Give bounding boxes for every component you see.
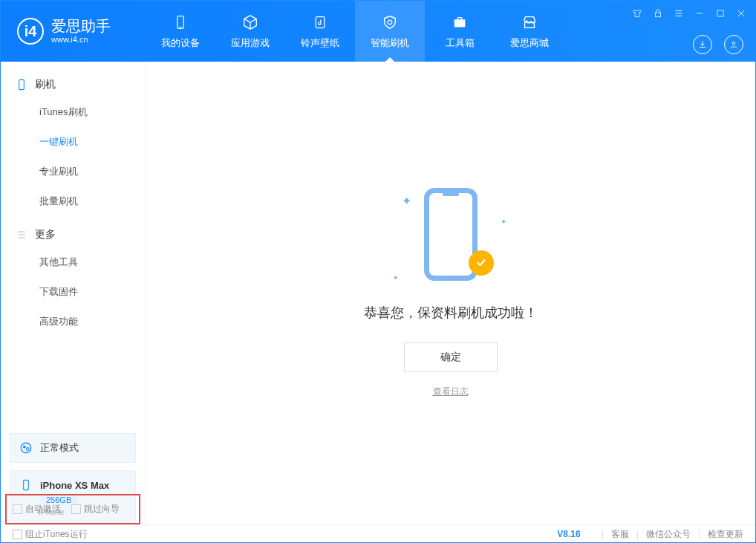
sparkle-icon: ✦ [402,194,411,208]
menu-icon[interactable] [674,8,684,19]
tab-apps[interactable]: 应用游戏 [215,1,285,62]
close-button[interactable] [736,8,746,19]
toolbox-icon [450,13,469,32]
success-message: 恭喜您，保资料刷机成功啦！ [364,304,538,322]
version-label: V8.16 [557,529,580,539]
svg-rect-7 [717,10,723,16]
svg-point-10 [21,443,31,453]
sidebar: 刷机 iTunes刷机 一键刷机 专业刷机 批量刷机 更多 其他工具 下载固件 … [1,62,146,524]
svg-rect-2 [316,17,325,28]
music-file-icon [310,13,330,32]
svg-rect-13 [24,480,29,490]
list-icon [16,229,27,241]
maximize-button[interactable] [715,8,726,19]
phone-outline-icon [16,79,27,91]
download-icon[interactable] [693,35,712,54]
cube-icon [241,13,260,32]
title-bar: i4 爱思助手 www.i4.cn 我的设备 应用游戏 铃声壁纸 智能刷机 工具… [1,1,755,62]
svg-point-8 [732,42,735,45]
svg-rect-9 [19,79,25,89]
sparkle-icon: ✦ [501,218,506,226]
sidebar-item-batch-flash[interactable]: 批量刷机 [1,186,145,216]
check-update-link[interactable]: 检查更新 [708,528,743,541]
app-logo: i4 爱思助手 www.i4.cn [1,1,146,62]
ok-button[interactable]: 确定 [404,342,498,372]
svg-rect-1 [179,27,181,27]
sidebar-item-other-tools[interactable]: 其他工具 [1,247,145,277]
sidebar-item-download-firmware[interactable]: 下载固件 [1,277,145,307]
user-icon[interactable] [724,35,743,54]
sidebar-section-flash: 刷机 [1,72,145,97]
sidebar-item-itunes-flash[interactable]: iTunes刷机 [1,97,145,127]
sidebar-item-pro-flash[interactable]: 专业刷机 [1,157,145,186]
device-mode[interactable]: 正常模式 [10,433,136,463]
success-illustration: ✦ ✦ ✦ [406,188,495,284]
logo-icon: i4 [17,18,44,45]
check-badge-icon [469,250,494,276]
tab-ringtones[interactable]: 铃声壁纸 [285,1,355,62]
minimize-button[interactable] [694,8,705,19]
tshirt-icon[interactable] [632,8,642,19]
svg-rect-4 [457,18,462,21]
app-name: 爱思助手 [51,19,111,33]
flash-options: 自动激活 跳过向导 [5,494,140,524]
tab-flash[interactable]: 智能刷机 [355,1,425,62]
sidebar-item-advanced[interactable]: 高级功能 [1,307,145,336]
mode-icon [19,441,33,455]
window-controls [632,8,746,19]
shield-refresh-icon [380,13,400,32]
svg-point-11 [23,446,26,449]
device-phone-icon [19,478,33,492]
sparkle-icon: ✦ [393,274,399,282]
wechat-link[interactable]: 微信公众号 [646,528,691,541]
header-tabs: 我的设备 应用游戏 铃声壁纸 智能刷机 工具箱 爱思商城 [146,1,564,62]
phone-icon [171,13,190,32]
sidebar-item-oneclick-flash[interactable]: 一键刷机 [1,127,145,157]
tab-store[interactable]: 爱思商城 [495,1,564,62]
svg-rect-6 [656,13,661,17]
checkbox-skip-guide[interactable]: 跳过向导 [71,503,120,516]
store-icon [520,13,539,32]
tab-my-device[interactable]: 我的设备 [146,1,215,62]
checkbox-block-itunes[interactable]: 阻止iTunes运行 [13,528,88,541]
lock-icon[interactable] [653,8,663,19]
checkbox-auto-activate[interactable]: 自动激活 [13,503,61,516]
view-log-link[interactable]: 查看日志 [433,386,469,398]
tab-toolbox[interactable]: 工具箱 [425,1,495,62]
support-link[interactable]: 客服 [611,528,629,541]
main-content: ✦ ✦ ✦ 恭喜您，保资料刷机成功啦！ 确定 查看日志 [146,62,755,524]
header-right-icons [693,35,743,54]
app-domain: www.i4.cn [51,36,111,44]
svg-point-12 [26,448,29,451]
status-bar: 阻止iTunes运行 V8.16 | 客服 | 微信公众号 | 检查更新 [1,524,755,543]
device-name: iPhone XS Max [40,480,109,491]
sidebar-section-more: 更多 [1,222,145,247]
